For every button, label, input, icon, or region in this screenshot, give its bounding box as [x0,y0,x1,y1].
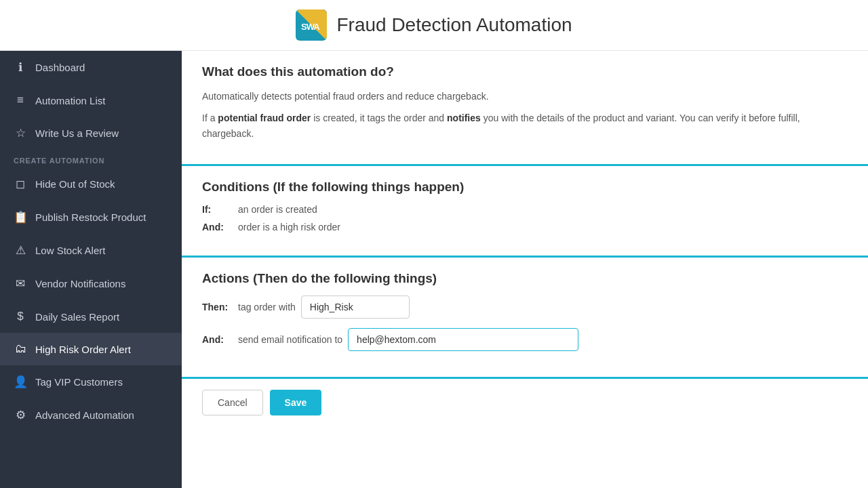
sidebar-item-high-risk-order[interactable]: 🗂 High Risk Order Alert [0,333,182,365]
user-icon: 👤 [14,375,27,389]
button-row: Cancel Save [182,379,868,426]
condition-row-and: And: order is a high risk order [202,222,848,232]
folder-icon: 🗂 [14,342,27,356]
info-icon: ℹ [14,60,27,75]
actions-section: Actions (Then do the following things) T… [182,258,868,379]
condition-and-label: And: [202,222,233,232]
actions-title: Actions (Then do the following things) [202,271,848,286]
condition-if-label: If: [202,204,233,215]
header: SWA Fraud Detection Automation [0,0,868,51]
sidebar-item-automation-list[interactable]: ≡ Automation List [0,84,182,117]
sidebar-item-vendor-notifications[interactable]: ✉ Vendor Notifications [0,267,182,300]
sidebar-item-low-stock-alert[interactable]: ⚠ Low Stock Alert [0,234,182,267]
condition-and-text: order is a high risk order [238,222,340,232]
main-content: What does this automation do? Automatica… [182,51,868,488]
tag-input[interactable] [301,296,410,319]
create-automation-label: CREATE AUTOMATION [0,150,182,167]
sidebar-item-publish-restock[interactable]: 📋 Publish Restock Product [0,201,182,234]
box-icon: ◻ [14,177,27,191]
sidebar-item-advanced-automation[interactable]: ⚙ Advanced Automation [0,399,182,432]
warning-icon: ⚠ [14,243,27,258]
condition-if-text: an order is created [238,204,317,215]
save-button[interactable]: Save [270,390,322,415]
conditions-title: Conditions (If the following things happ… [202,180,848,195]
page-title: Fraud Detection Automation [336,14,572,36]
action-and-text: send email notification to [238,334,342,345]
action-then-label: Then: [202,302,233,312]
list-icon: ≡ [14,94,27,107]
condition-row-if: If: an order is created [202,204,848,215]
cancel-button[interactable]: Cancel [202,390,263,415]
action-and-label: And: [202,334,233,345]
sidebar-item-daily-sales-report[interactable]: $ Daily Sales Report [0,300,182,333]
what-desc2: If a potential fraud order is created, i… [202,110,848,141]
sidebar-item-tag-vip[interactable]: 👤 Tag VIP Customers [0,365,182,399]
action-row-then: Then: tag order with [202,296,848,319]
what-section: What does this automation do? Automatica… [182,51,868,166]
gear-icon: ⚙ [14,408,27,422]
conditions-section: Conditions (If the following things happ… [182,166,868,258]
action-then-text: tag order with [238,302,296,312]
email-input[interactable] [348,328,578,351]
layout: ℹ Dashboard ≡ Automation List ☆ Write Us… [0,51,868,488]
dollar-icon: $ [14,310,27,323]
mail-icon: ✉ [14,277,27,291]
what-desc1: Automatically detects potential fraud or… [202,89,848,104]
sidebar-item-hide-out-of-stock[interactable]: ◻ Hide Out of Stock [0,167,182,201]
svg-text:SWA: SWA [301,22,320,32]
logo: SWA [296,9,327,41]
what-section-title: What does this automation do? [202,64,848,79]
bold-notifies: notifies [447,113,481,123]
bold-fraud-order: potential fraud order [218,113,311,123]
sidebar-item-dashboard[interactable]: ℹ Dashboard [0,51,182,84]
star-icon: ☆ [14,126,27,140]
clipboard-icon: 📋 [14,210,27,224]
sidebar-item-write-review[interactable]: ☆ Write Us a Review [0,117,182,150]
sidebar: ℹ Dashboard ≡ Automation List ☆ Write Us… [0,51,182,488]
action-row-and: And: send email notification to [202,328,848,351]
